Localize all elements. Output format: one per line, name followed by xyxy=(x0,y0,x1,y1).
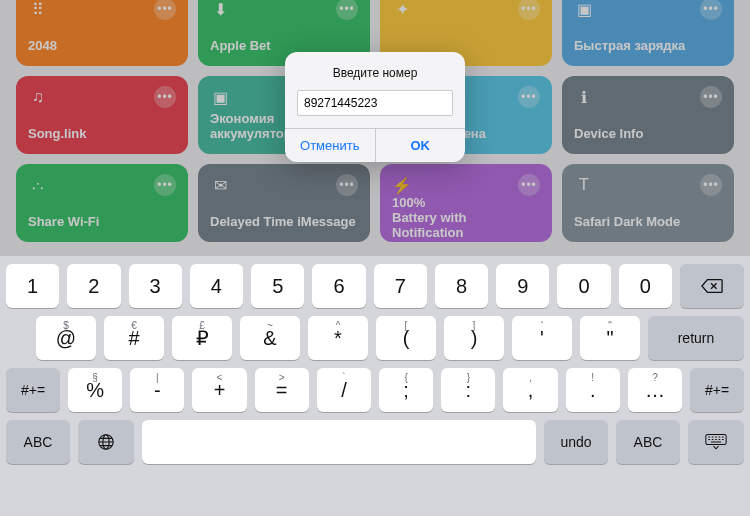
backspace-key[interactable] xyxy=(680,264,744,308)
key-6[interactable]: 6 xyxy=(312,264,365,308)
key-semi[interactable]: {; xyxy=(379,368,433,412)
dialog-title: Введите номер xyxy=(285,52,465,90)
key-2[interactable]: 2 xyxy=(67,264,120,308)
undo-key[interactable]: undo xyxy=(544,420,608,464)
key-at[interactable]: $@ xyxy=(36,316,96,360)
key-3[interactable]: 3 xyxy=(129,264,182,308)
keyboard-row-3: #+= §% |- <+ >= `/ {; }: ,, !. ?… #+= xyxy=(6,368,744,412)
symbols-key-left[interactable]: #+= xyxy=(6,368,60,412)
key-5[interactable]: 5 xyxy=(251,264,304,308)
virtual-keyboard: 1 2 3 4 5 6 7 8 9 0 0 $@ €# £₽ ~& ^* [( … xyxy=(0,256,750,516)
ok-button[interactable]: OK xyxy=(375,129,466,162)
dismiss-keyboard-key[interactable] xyxy=(688,420,744,464)
keyboard-row-1: 1 2 3 4 5 6 7 8 9 0 0 xyxy=(6,264,744,308)
key-colon[interactable]: }: xyxy=(441,368,495,412)
key-lparen[interactable]: [( xyxy=(376,316,436,360)
keyboard-icon xyxy=(705,433,727,451)
symbols-key-right[interactable]: #+= xyxy=(690,368,744,412)
key-0b[interactable]: 0 xyxy=(619,264,672,308)
backspace-icon xyxy=(701,277,723,295)
return-key[interactable]: return xyxy=(648,316,744,360)
input-dialog: Введите номер Отменить OK xyxy=(285,52,465,162)
abc-key-right[interactable]: ABC xyxy=(616,420,680,464)
space-key[interactable] xyxy=(142,420,536,464)
key-0[interactable]: 0 xyxy=(557,264,610,308)
key-hash[interactable]: €# xyxy=(104,316,164,360)
phone-input[interactable] xyxy=(297,90,453,116)
key-eq[interactable]: >= xyxy=(255,368,309,412)
key-9[interactable]: 9 xyxy=(496,264,549,308)
key-8[interactable]: 8 xyxy=(435,264,488,308)
key-minus[interactable]: |- xyxy=(130,368,184,412)
key-7[interactable]: 7 xyxy=(374,264,427,308)
key-plus[interactable]: <+ xyxy=(192,368,246,412)
key-slash[interactable]: `/ xyxy=(317,368,371,412)
key-star[interactable]: ^* xyxy=(308,316,368,360)
key-percent[interactable]: §% xyxy=(68,368,122,412)
key-1[interactable]: 1 xyxy=(6,264,59,308)
cancel-button[interactable]: Отменить xyxy=(285,129,375,162)
abc-key-left[interactable]: ABC xyxy=(6,420,70,464)
key-rparen[interactable]: ]) xyxy=(444,316,504,360)
key-ruble[interactable]: £₽ xyxy=(172,316,232,360)
key-4[interactable]: 4 xyxy=(190,264,243,308)
key-quote[interactable]: "" xyxy=(580,316,640,360)
keyboard-row-4: ABC undo ABC xyxy=(6,420,744,464)
key-amp[interactable]: ~& xyxy=(240,316,300,360)
key-period[interactable]: !. xyxy=(566,368,620,412)
globe-key[interactable] xyxy=(78,420,134,464)
key-apos[interactable]: '' xyxy=(512,316,572,360)
globe-icon xyxy=(95,433,117,451)
key-ellipsis[interactable]: ?… xyxy=(628,368,682,412)
keyboard-row-2: $@ €# £₽ ~& ^* [( ]) '' "" return xyxy=(6,316,744,360)
key-comma[interactable]: ,, xyxy=(503,368,557,412)
